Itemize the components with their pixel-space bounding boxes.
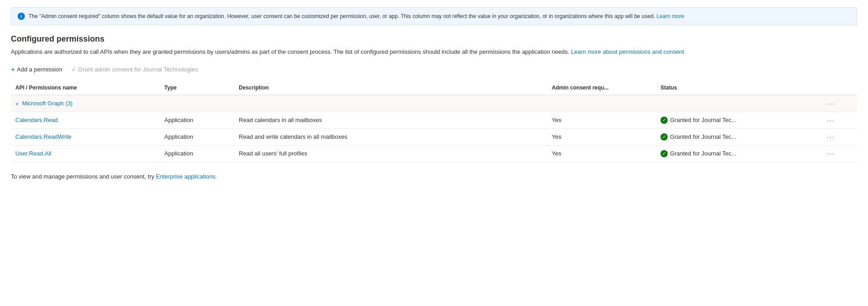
enterprise-applications-link[interactable]: Enterprise applications. bbox=[156, 173, 217, 180]
page-container: i The "Admin consent required" column sh… bbox=[0, 0, 868, 187]
perm-status-cell: ✓ Granted for Journal Tec... bbox=[656, 128, 820, 145]
toolbar: + Add a permission ✓ Grant admin consent… bbox=[11, 64, 857, 75]
perm-type-cell: Application bbox=[160, 145, 235, 162]
col-header-api: API / Permissions name bbox=[11, 81, 160, 95]
info-icon: i bbox=[18, 13, 25, 20]
perm-type-cell: Application bbox=[160, 128, 235, 145]
perm-desc-cell: Read and write calendars in all mailboxe… bbox=[234, 128, 547, 145]
info-banner: i The "Admin consent required" column sh… bbox=[11, 7, 857, 25]
table-row: Calendars.ReadWrite Application Read and… bbox=[11, 128, 857, 145]
perm-status-cell: ✓ Granted for Journal Tec... bbox=[656, 145, 820, 162]
permissions-table: API / Permissions name Type Description … bbox=[11, 81, 857, 162]
perm-status-cell: ✓ Granted for Journal Tec... bbox=[656, 112, 820, 128]
table-row: User.Read.All Application Read all users… bbox=[11, 145, 857, 162]
col-header-status: Status bbox=[656, 81, 820, 95]
grant-admin-consent-button[interactable]: ✓ Grant admin consent for Journal Techno… bbox=[71, 64, 198, 75]
perm-desc-cell: Read calendars in all mailboxes bbox=[234, 112, 547, 128]
perm-type-cell: Application bbox=[160, 112, 235, 128]
perm-name-cell: Calendars.Read bbox=[11, 112, 160, 128]
section-description: Applications are authorized to call APIs… bbox=[11, 47, 857, 56]
perm-name-cell: Calendars.ReadWrite bbox=[11, 128, 160, 145]
perm-link-calendars-read[interactable]: Calendars.Read bbox=[15, 117, 58, 123]
perm-actions-cell: ··· bbox=[820, 128, 857, 145]
col-header-actions bbox=[820, 81, 857, 95]
add-permission-button[interactable]: + Add a permission bbox=[11, 64, 62, 75]
col-header-admin-consent: Admin consent requ... bbox=[547, 81, 656, 95]
perm-more-options-button[interactable]: ··· bbox=[825, 116, 838, 125]
group-actions-cell: ··· bbox=[820, 95, 857, 112]
granted-check-icon: ✓ bbox=[660, 150, 668, 157]
section-title: Configured permissions bbox=[11, 34, 857, 44]
learn-more-permissions-link[interactable]: Learn more about permissions and consent bbox=[571, 48, 684, 55]
perm-admin-consent-cell: Yes bbox=[547, 128, 656, 145]
perm-desc-cell: Read all users' full profiles bbox=[234, 145, 547, 162]
group-more-options-button[interactable]: ··· bbox=[825, 99, 838, 108]
group-row-microsoft-graph: ∨ Microsoft Graph (3) ··· bbox=[11, 95, 857, 112]
table-row: Calendars.Read Application Read calendar… bbox=[11, 112, 857, 128]
perm-link-calendars-readwrite[interactable]: Calendars.ReadWrite bbox=[15, 133, 71, 140]
perm-more-options-button[interactable]: ··· bbox=[825, 132, 838, 141]
chevron-down-icon: ∨ bbox=[15, 101, 19, 106]
col-header-type: Type bbox=[160, 81, 235, 95]
perm-more-options-button[interactable]: ··· bbox=[825, 149, 838, 158]
perm-actions-cell: ··· bbox=[820, 112, 857, 128]
granted-check-icon: ✓ bbox=[660, 117, 668, 124]
perm-actions-cell: ··· bbox=[820, 145, 857, 162]
checkmark-icon: ✓ bbox=[71, 66, 76, 73]
perm-name-cell: User.Read.All bbox=[11, 145, 160, 162]
info-banner-text: The "Admin consent required" column show… bbox=[28, 12, 684, 20]
perm-admin-consent-cell: Yes bbox=[547, 145, 656, 162]
perm-admin-consent-cell: Yes bbox=[547, 112, 656, 128]
group-link-microsoft-graph[interactable]: Microsoft Graph (3) bbox=[22, 100, 73, 107]
granted-check-icon: ✓ bbox=[660, 133, 668, 141]
table-header-row: API / Permissions name Type Description … bbox=[11, 81, 857, 95]
info-banner-learn-more-link[interactable]: Learn more bbox=[656, 13, 684, 19]
perm-link-user-read-all[interactable]: User.Read.All bbox=[15, 150, 51, 157]
group-name-cell: ∨ Microsoft Graph (3) bbox=[11, 95, 820, 112]
plus-icon: + bbox=[11, 66, 15, 74]
col-header-description: Description bbox=[234, 81, 547, 95]
footer-note: To view and manage permissions and user … bbox=[11, 173, 857, 180]
